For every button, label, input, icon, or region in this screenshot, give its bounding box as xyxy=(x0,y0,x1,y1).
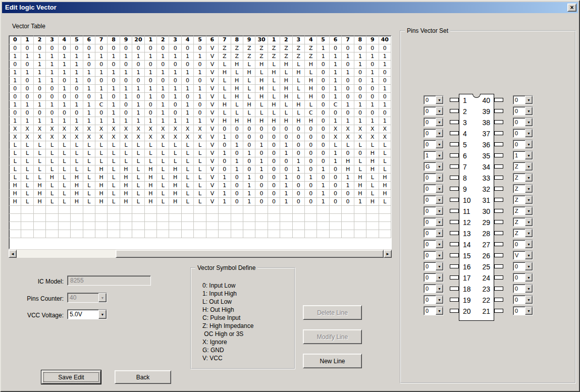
vector-cell[interactable]: 1 xyxy=(219,190,231,198)
vector-cell[interactable]: H xyxy=(268,117,280,125)
vector-cell[interactable]: 1 xyxy=(194,93,206,101)
vector-cell[interactable]: L xyxy=(145,141,157,149)
vector-cell[interactable]: 0 xyxy=(231,190,243,198)
vector-cell[interactable]: 0 xyxy=(317,149,329,157)
vector-cell[interactable]: 1 xyxy=(169,85,181,93)
vector-cell[interactable]: L xyxy=(268,109,280,117)
vector-cell[interactable]: L xyxy=(293,109,305,117)
vector-cell[interactable]: H xyxy=(169,165,181,174)
vector-cell-empty[interactable] xyxy=(379,230,391,238)
vector-cell[interactable]: V xyxy=(206,157,219,165)
vector-cell[interactable]: 1 xyxy=(330,117,342,125)
vector-cell[interactable]: L xyxy=(83,182,95,190)
vector-cell[interactable]: Z xyxy=(305,44,317,52)
vector-cell-empty[interactable] xyxy=(21,214,33,222)
vector-cell-empty[interactable] xyxy=(157,214,169,222)
vector-cell[interactable]: 1 xyxy=(330,69,342,77)
vector-cell[interactable]: 1 xyxy=(120,85,132,93)
vector-cell[interactable]: X xyxy=(120,133,132,141)
vector-cell[interactable]: 1 xyxy=(231,141,243,149)
vector-cell[interactable]: 0 xyxy=(317,85,329,93)
vector-cell[interactable]: H xyxy=(95,165,108,174)
vector-cell[interactable]: 1 xyxy=(59,85,71,93)
vector-cell[interactable]: 1 xyxy=(317,52,329,61)
vector-cell[interactable]: H xyxy=(268,101,280,109)
vector-cell[interactable]: 0 xyxy=(342,61,354,69)
vector-cell[interactable]: 0 xyxy=(255,149,268,157)
vector-cell[interactable]: L xyxy=(21,174,33,182)
vector-cell[interactable]: 0 xyxy=(354,85,366,93)
vector-cell[interactable]: 1 xyxy=(243,174,255,182)
vector-cell[interactable]: L xyxy=(132,141,144,149)
vector-cell[interactable]: 1 xyxy=(182,85,194,93)
vector-cell-empty[interactable] xyxy=(219,214,231,222)
pin-16-select[interactable]: 0▼ xyxy=(424,262,444,271)
vector-cell[interactable]: 1 xyxy=(366,117,379,125)
vector-cell[interactable]: X xyxy=(354,133,366,141)
vector-cell[interactable]: 1 xyxy=(243,182,255,190)
vector-cell[interactable]: X xyxy=(379,133,391,141)
vector-cell[interactable]: 1 xyxy=(34,117,46,125)
vector-cell[interactable]: L xyxy=(379,198,391,206)
vector-cell-empty[interactable] xyxy=(280,206,292,214)
vector-cell[interactable]: H xyxy=(120,182,132,190)
vector-cell-empty[interactable] xyxy=(366,206,379,214)
vector-cell[interactable]: X xyxy=(157,125,169,133)
chevron-down-icon[interactable]: ▼ xyxy=(525,107,533,115)
vector-cell[interactable]: 1 xyxy=(280,198,292,206)
vector-cell-empty[interactable] xyxy=(169,230,181,238)
vector-cell-empty[interactable] xyxy=(317,222,329,230)
vector-cell[interactable]: 0 xyxy=(71,109,83,117)
vector-cell[interactable]: 0 xyxy=(34,44,46,52)
vector-cell[interactable]: 1 xyxy=(354,101,366,109)
vector-cell[interactable]: X xyxy=(330,125,342,133)
vector-cell[interactable]: 1 xyxy=(169,69,181,77)
vector-cell[interactable]: X xyxy=(34,125,46,133)
vector-cell[interactable]: 0 xyxy=(317,141,329,149)
vector-cell[interactable]: 1 xyxy=(71,61,83,69)
vector-cell[interactable]: L xyxy=(21,190,33,198)
vector-cell-empty[interactable] xyxy=(182,230,194,238)
pin-6-select[interactable]: 1▼ xyxy=(424,151,444,160)
vector-cell[interactable]: 1 xyxy=(95,93,108,101)
vector-cell[interactable]: 1 xyxy=(120,52,132,61)
vector-cell[interactable]: L xyxy=(330,141,342,149)
vector-cell[interactable]: H xyxy=(280,93,292,101)
vector-cell[interactable]: 0 xyxy=(268,125,280,133)
vector-cell[interactable]: 0 xyxy=(317,69,329,77)
vector-cell[interactable]: H xyxy=(145,190,157,198)
vector-cell[interactable]: Z xyxy=(231,44,243,52)
chevron-down-icon[interactable]: ▼ xyxy=(525,240,533,248)
vector-cell-empty[interactable] xyxy=(71,230,83,238)
vector-cell[interactable]: 0 xyxy=(231,198,243,206)
vector-cell[interactable]: H xyxy=(354,174,366,182)
vector-cell[interactable]: 0 xyxy=(354,93,366,101)
vector-cell[interactable]: 1 xyxy=(280,141,292,149)
vector-cell[interactable]: 1 xyxy=(293,157,305,165)
vector-cell[interactable]: 1 xyxy=(157,109,169,117)
vector-cell[interactable]: L xyxy=(83,190,95,198)
vector-cell[interactable]: X xyxy=(145,125,157,133)
vector-cell[interactable]: 1 xyxy=(145,69,157,77)
vector-cell[interactable]: 0 xyxy=(231,125,243,133)
vector-cell[interactable]: 1 xyxy=(157,69,169,77)
vector-cell[interactable]: 1 xyxy=(379,117,391,125)
vector-cell[interactable]: Z xyxy=(219,44,231,52)
vector-cell[interactable]: L xyxy=(243,85,255,93)
vector-cell-empty[interactable] xyxy=(280,214,292,222)
vector-cell[interactable]: L xyxy=(71,141,83,149)
vector-cell-empty[interactable] xyxy=(83,206,95,214)
vector-cell[interactable]: L xyxy=(379,165,391,174)
vector-cell[interactable]: L xyxy=(108,141,120,149)
vector-cell[interactable]: L xyxy=(182,141,194,149)
vector-cell[interactable]: 1 xyxy=(21,117,33,125)
vector-cell[interactable]: L xyxy=(219,109,231,117)
vector-cell[interactable]: V xyxy=(206,141,219,149)
vector-cell[interactable]: 0 xyxy=(305,182,317,190)
chevron-down-icon[interactable]: ▼ xyxy=(436,273,443,282)
vector-cell[interactable]: 1 xyxy=(366,77,379,85)
vector-cell-empty[interactable] xyxy=(243,230,255,238)
vector-cell[interactable]: 1 xyxy=(71,101,83,109)
vector-cell[interactable]: 0 xyxy=(305,141,317,149)
vector-cell-empty[interactable] xyxy=(255,230,268,238)
